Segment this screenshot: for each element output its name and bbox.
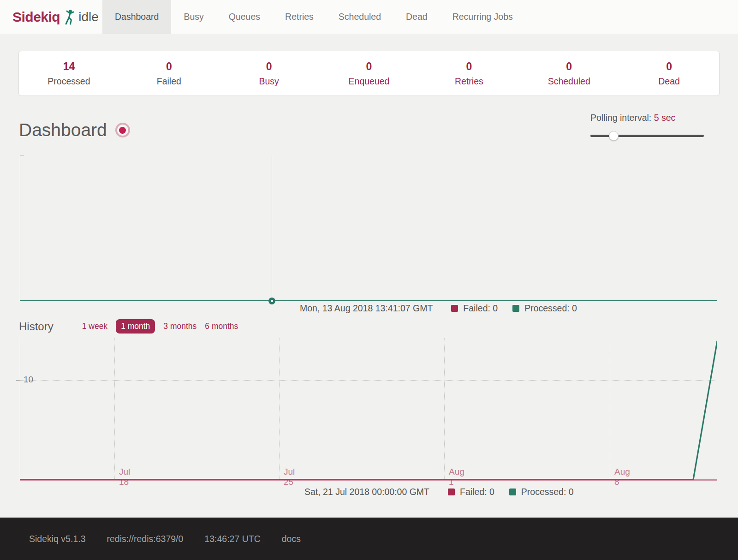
stat-scheduled: 0 Scheduled <box>519 60 619 87</box>
processed-swatch-icon <box>512 305 519 312</box>
realtime-processed-line <box>20 300 717 301</box>
slider-thumb[interactable] <box>609 131 619 141</box>
summary-stats-card: 14 Processed 0 Failed 0 Busy 0 Enqueued … <box>18 51 720 96</box>
footer: Sidekiq v5.1.3 redis://redis:6379/0 13:4… <box>0 518 738 560</box>
history-series-plot <box>20 338 717 481</box>
page-title-text: Dashboard <box>19 120 107 140</box>
realtime-hover-cursor-line <box>272 155 272 301</box>
range-3-months[interactable]: 3 months <box>163 322 196 331</box>
history-legend-timestamp: Sat, 21 Jul 2018 00:00:00 GMT <box>304 487 429 497</box>
tab-dashboard[interactable]: Dashboard <box>102 0 171 34</box>
stat-dead-link[interactable]: Dead <box>619 76 719 87</box>
stat-scheduled-link[interactable]: Scheduled <box>519 76 619 87</box>
stat-retries: 0 Retries <box>419 60 519 87</box>
stat-processed-value: 14 <box>19 60 119 73</box>
history-legend: Sat, 21 Jul 2018 00:00:00 GMT Failed: 0 … <box>304 485 574 498</box>
stat-enqueued-link[interactable]: Enqueued <box>319 76 419 87</box>
processed-swatch-icon <box>509 489 516 495</box>
history-legend-processed: Processed: 0 <box>521 487 574 497</box>
range-1-month[interactable]: 1 month <box>116 319 155 334</box>
realtime-legend: Mon, 13 Aug 2018 13:41:07 GMT Failed: 0 … <box>300 302 577 315</box>
footer-docs-link[interactable]: docs <box>282 534 301 544</box>
history-title: History <box>19 320 54 333</box>
stat-retries-value: 0 <box>419 60 519 73</box>
stat-processed-label: Processed <box>19 76 119 87</box>
history-range-selector: 1 week 1 month 3 months 6 months <box>82 319 238 334</box>
footer-server-time: 13:46:27 UTC <box>204 534 260 544</box>
footer-redis-url: redis://redis:6379/0 <box>107 534 184 544</box>
stat-busy: 0 Busy <box>219 60 319 87</box>
status-text: idle <box>78 10 99 24</box>
history-header: History 1 week 1 month 3 months 6 months <box>19 319 238 334</box>
polling-label-text: Polling interval: <box>590 113 651 123</box>
failed-swatch-icon <box>448 489 455 495</box>
tab-dead[interactable]: Dead <box>393 0 440 34</box>
tab-recurring-jobs[interactable]: Recurring Jobs <box>440 0 525 34</box>
stat-dead-value: 0 <box>619 60 719 73</box>
realtime-y-axis <box>20 155 20 301</box>
stat-retries-link[interactable]: Retries <box>419 76 519 87</box>
realtime-y-axis-tick <box>20 155 24 156</box>
stat-busy-link[interactable]: Busy <box>219 76 319 87</box>
brand-link[interactable]: Sidekiq idle <box>0 0 102 34</box>
live-beacon-icon <box>115 123 130 137</box>
range-6-months[interactable]: 6 months <box>205 322 238 331</box>
top-navbar: Sidekiq idle Dashboard Busy Queues Retri… <box>0 0 738 34</box>
tab-scheduled[interactable]: Scheduled <box>326 0 393 34</box>
slider-track[interactable] <box>590 135 704 137</box>
history-legend-failed: Failed: 0 <box>460 487 494 497</box>
stat-failed-value: 0 <box>119 60 219 73</box>
tab-busy[interactable]: Busy <box>171 0 216 34</box>
realtime-legend-processed: Processed: 0 <box>524 303 577 314</box>
realtime-legend-timestamp: Mon, 13 Aug 2018 13:41:07 GMT <box>300 303 433 314</box>
tab-retries[interactable]: Retries <box>273 0 326 34</box>
stat-scheduled-value: 0 <box>519 60 619 73</box>
stat-enqueued-value: 0 <box>319 60 419 73</box>
realtime-hover-marker <box>268 298 275 304</box>
polling-value-link[interactable]: 5 sec <box>654 113 676 123</box>
stat-failed: 0 Failed <box>119 60 219 87</box>
polling-interval-control: Polling interval: 5 sec <box>590 113 704 141</box>
stat-enqueued: 0 Enqueued <box>319 60 419 87</box>
history-processed-line <box>20 341 717 480</box>
nav-tabs: Dashboard Busy Queues Retries Scheduled … <box>102 0 525 34</box>
stat-busy-value: 0 <box>219 60 319 73</box>
polling-interval-label: Polling interval: 5 sec <box>590 113 704 123</box>
stat-processed: 14 Processed <box>19 60 119 87</box>
brand-name: Sidekiq <box>12 9 60 25</box>
tab-queues[interactable]: Queues <box>216 0 273 34</box>
page-title: Dashboard <box>19 120 130 140</box>
realtime-hover-marker-core <box>271 300 273 302</box>
range-1-week[interactable]: 1 week <box>82 322 107 331</box>
stat-failed-label: Failed <box>119 76 219 87</box>
polling-interval-slider[interactable] <box>590 131 704 141</box>
failed-swatch-icon <box>451 305 458 312</box>
live-beacon-dot <box>119 127 126 134</box>
realtime-legend-failed: Failed: 0 <box>463 303 498 314</box>
stat-dead: 0 Dead <box>619 60 719 87</box>
runner-icon <box>64 9 76 25</box>
footer-version: Sidekiq v5.1.3 <box>29 534 86 544</box>
